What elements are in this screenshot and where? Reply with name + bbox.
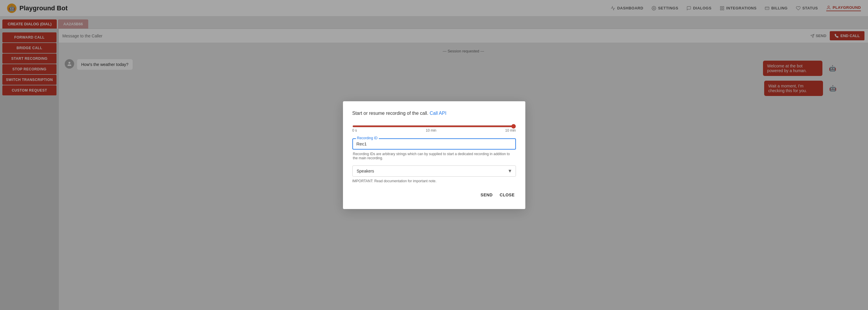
modal-footer: SEND CLOSE bbox=[352, 190, 516, 200]
speakers-dropdown-wrapper: Speakers Caller Bot Both ▼ bbox=[352, 165, 516, 177]
duration-slider[interactable] bbox=[352, 125, 516, 127]
recording-id-label: Recording ID bbox=[356, 136, 379, 140]
important-note: IMPORTANT: Read documentation for import… bbox=[352, 179, 516, 183]
speakers-select[interactable]: Speakers Caller Bot Both bbox=[352, 165, 516, 177]
modal-title: Start or resume recording of the call. C… bbox=[352, 111, 516, 116]
slider-labels: 0 s 10 min 10 min bbox=[352, 129, 516, 133]
call-api-link[interactable]: Call API bbox=[430, 111, 446, 116]
recording-id-input[interactable] bbox=[356, 141, 512, 146]
slider-container: 0 s 10 min 10 min bbox=[352, 123, 516, 133]
modal-overlay[interactable]: Start or resume recording of the call. C… bbox=[0, 0, 868, 310]
recording-id-hint: Recording IDs are arbitrary strings whic… bbox=[352, 152, 516, 160]
recording-id-field: Recording ID bbox=[352, 138, 516, 149]
modal-close-button[interactable]: CLOSE bbox=[499, 190, 516, 200]
modal-send-button[interactable]: SEND bbox=[479, 190, 494, 200]
recording-modal: Start or resume recording of the call. C… bbox=[343, 101, 525, 209]
